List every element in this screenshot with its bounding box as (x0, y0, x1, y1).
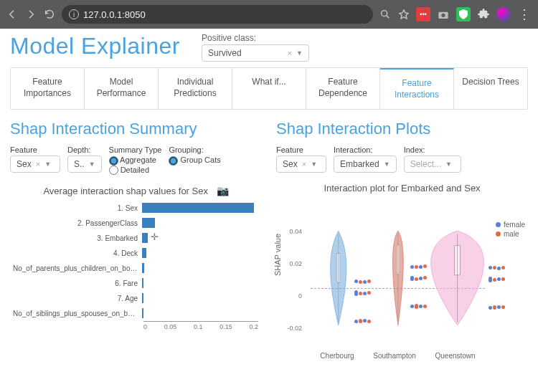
bar-chart: 1. Sex2. PassengerClass3. Embarked✛4. De… (10, 201, 262, 320)
violin-chart-title: Interaction plot for Embarked and Sex (276, 183, 528, 193)
profile-avatar[interactable] (496, 7, 511, 21)
svg-point-4 (441, 14, 445, 17)
legend-dot-female (496, 222, 501, 227)
interaction-select[interactable]: Embarked ▼ (334, 156, 397, 173)
feature-label: Feature (10, 145, 60, 154)
back-icon[interactable] (6, 8, 19, 21)
bar-row: 1. Sex (13, 201, 262, 215)
feature-label-r: Feature (276, 145, 326, 154)
bar-category: No_of_siblings_plus_spouses_on_board (13, 310, 142, 317)
bar (142, 278, 143, 288)
x-tick: Southampton (373, 352, 416, 360)
bar-chart-xaxis: 00.050.10.150.2 (143, 321, 258, 330)
bar-category: 3. Embarked (13, 234, 142, 242)
x-tick: Queenstown (435, 352, 475, 360)
star-icon[interactable] (397, 8, 410, 21)
page-title: Model Explainer (10, 33, 180, 59)
tab-feature-importances[interactable]: Feature Importances (11, 68, 85, 109)
radio-detailed[interactable]: Detailed (109, 166, 162, 176)
bar-row: 3. Embarked✛ (13, 231, 262, 245)
legend-dot-male (496, 231, 501, 236)
chevron-down-icon: ▼ (384, 161, 390, 168)
camera-icon[interactable] (436, 7, 450, 21)
tab-feature-interactions[interactable]: Feature Interactions (380, 68, 454, 109)
bar-category: 4. Deck (13, 249, 142, 257)
violin-body (382, 225, 414, 331)
tab-model-performance[interactable]: Model Performance (85, 68, 159, 109)
bar-chart-title: Average interaction shap values for Sex (43, 186, 208, 196)
camera-icon[interactable]: 📷 (217, 185, 229, 196)
svg-marker-2 (400, 10, 408, 19)
browser-toolbar: i 127.0.0.1:8050 ••• ⋮ (0, 0, 538, 29)
x-tick: Cherbourg (320, 352, 354, 360)
clear-icon[interactable]: × (288, 49, 292, 57)
forward-icon[interactable] (24, 8, 37, 21)
violin-body (423, 225, 492, 331)
extension-red-icon[interactable]: ••• (416, 7, 430, 21)
svg-point-0 (382, 11, 387, 16)
bar-category: 2. PassengerClass (13, 219, 142, 227)
feature-select-r[interactable]: Sex × ▼ (276, 156, 326, 173)
bar-row: 4. Deck (13, 246, 262, 260)
shield-icon[interactable] (456, 7, 471, 21)
address-bar[interactable]: i 127.0.0.1:8050 (62, 5, 373, 24)
bar (142, 203, 254, 213)
violin-body (319, 225, 357, 331)
legend: female male (496, 221, 525, 239)
chevron-down-icon: ▼ (296, 49, 303, 57)
scatter-points (354, 225, 372, 331)
bar-row: 6. Fare (13, 276, 262, 290)
index-select[interactable]: Select... ▼ (404, 156, 461, 173)
radio-group-cats[interactable]: Group Cats (169, 156, 220, 166)
violin-chart: SHAP value -0.0200.020.04 CherbourgSouth… (276, 201, 528, 365)
positive-class-label: Positive class: (202, 33, 309, 43)
chevron-down-icon: ▼ (44, 161, 51, 168)
bar-category: 1. Sex (13, 204, 142, 212)
chevron-down-icon: ▼ (89, 161, 95, 168)
bar-row: No_of_siblings_plus_spouses_on_board (13, 306, 262, 320)
summary-type-label: Summary Type (109, 145, 162, 154)
interaction-label: Interaction: (334, 145, 397, 154)
plots-heading: Shap Interaction Plots (276, 120, 528, 138)
bar-row: 2. PassengerClass (13, 216, 262, 230)
bar-row: 7. Age (13, 291, 262, 305)
bar-category: No_of_parents_plus_children_on_board (13, 264, 142, 272)
tab-feature-dependence[interactable]: Feature Dependence (306, 68, 380, 109)
scatter-points (489, 225, 506, 331)
bar-category: 7. Age (13, 295, 142, 302)
feature-select[interactable]: Sex × ▼ (10, 156, 60, 173)
bar (142, 233, 148, 243)
tab-what-if[interactable]: What if... (232, 68, 306, 109)
clear-icon[interactable]: × (36, 160, 40, 168)
depth-select[interactable]: S.. ▼ (67, 156, 102, 173)
bar (142, 248, 146, 258)
crosshair-icon: ✛ (151, 231, 159, 242)
summary-heading: Shap Interaction Summary (10, 120, 262, 138)
nav-tabs: Feature Importances Model Performance In… (10, 67, 528, 110)
extensions-icon[interactable] (476, 7, 491, 21)
bar-category: 6. Fare (13, 279, 142, 287)
clear-icon[interactable]: × (302, 160, 306, 168)
chevron-down-icon: ▼ (311, 161, 317, 168)
reload-icon[interactable] (43, 8, 56, 21)
radio-aggregate[interactable]: Aggregate (109, 156, 162, 166)
bar (142, 293, 143, 303)
info-icon[interactable]: i (69, 9, 79, 19)
depth-label: Depth: (67, 145, 102, 154)
tab-decision-trees[interactable]: Decision Trees (454, 68, 527, 109)
index-label: Index: (404, 145, 461, 154)
url-text: 127.0.0.1:8050 (83, 9, 146, 20)
bar (142, 308, 143, 318)
bar (142, 263, 144, 273)
chevron-down-icon: ▼ (445, 161, 452, 168)
bar-row: No_of_parents_plus_children_on_board (13, 261, 262, 275)
bar (142, 218, 155, 228)
svg-line-1 (387, 16, 389, 18)
tab-individual-predictions[interactable]: Individual Predictions (159, 68, 232, 109)
search-icon[interactable] (379, 8, 392, 21)
positive-class-value: Survived (208, 48, 242, 58)
positive-class-select[interactable]: Survived × ▼ (202, 44, 309, 62)
grouping-label: Grouping: (169, 145, 220, 154)
